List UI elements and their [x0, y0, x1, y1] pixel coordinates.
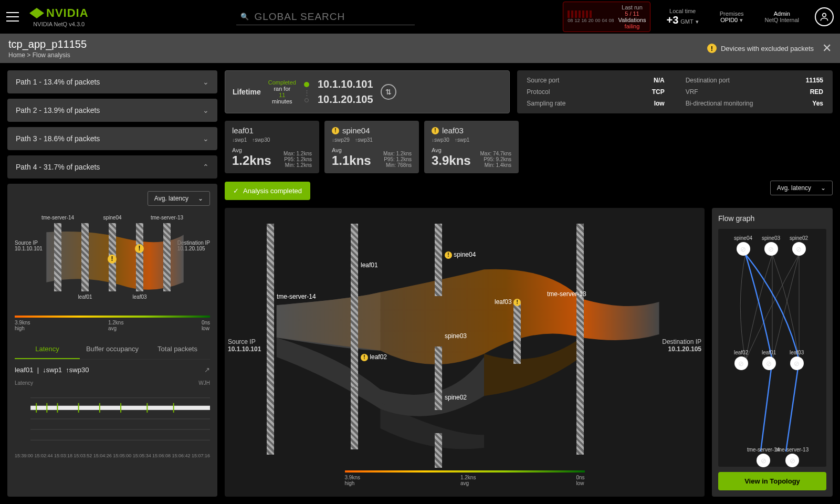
local-time[interactable]: Local time +3GMT▾ [661, 8, 704, 26]
chevron-down-icon: ⌄ [203, 78, 209, 86]
tab-latency[interactable]: Latency [15, 340, 80, 359]
analysis-complete-badge: ✓Analysis completed [225, 182, 310, 200]
device-card-spine04[interactable]: !spine04 ↓swp29↑swp31 Avg1.1knsMax: 1.2k… [324, 121, 419, 173]
path-metric-dropdown[interactable]: Avg. latency⌄ [148, 191, 210, 206]
chevron-down-icon: ⌄ [203, 134, 209, 143]
path-3-toggle[interactable]: Path 3 - 18.6% of packets⌄ [7, 127, 217, 150]
topology-graph[interactable]: spine04⊘ spine03⊘ spine02⊘ leaf02⊘ leaf0… [718, 229, 826, 467]
breadcrumb: Home > Flow analysis [8, 51, 87, 59]
path-mini-graph: Source IP10.1.10.101 Destination IP10.1.… [15, 211, 210, 303]
chevron-down-icon: ⌄ [203, 106, 209, 114]
validations-widget[interactable]: 08121620000408 Last run 5 / 11 Validatio… [563, 2, 650, 32]
device-card-leaf01[interactable]: leaf01 ↓swp1↑swp30 Avg1.2knsMax: 1.2knsP… [225, 121, 319, 173]
menu-button[interactable] [6, 12, 19, 22]
user-menu[interactable]: Admin NetQ Internal [760, 10, 804, 23]
search-input[interactable] [254, 11, 411, 23]
path-1-toggle[interactable]: Path 1 - 13.4% of packets⌄ [7, 70, 217, 93]
latency-timeseries: 15:39:0015:02:4415:03:1815:03:5215:04:26… [15, 390, 210, 458]
path-4-toggle[interactable]: Path 4 - 31.7% of packets⌃ [7, 155, 217, 178]
tab-packets[interactable]: Total packets [145, 340, 210, 359]
svg-rect-14 [173, 403, 174, 413]
user-avatar-icon[interactable] [815, 7, 834, 26]
nvidia-eye-icon [29, 8, 44, 18]
svg-rect-12 [120, 403, 121, 413]
svg-rect-9 [57, 403, 58, 413]
chevron-down-icon: ▾ [740, 17, 743, 24]
chevron-down-icon: ▾ [696, 18, 699, 25]
flow-graph-title: Flow graph [718, 214, 826, 223]
chevron-down-icon: ⌄ [198, 195, 203, 202]
check-icon: ✓ [233, 187, 239, 195]
warning-icon: ! [707, 44, 717, 53]
excluded-packets-warning: ! Devices with excluded packets [707, 44, 814, 53]
svg-rect-11 [99, 403, 100, 413]
chevron-up-icon: ⌃ [203, 163, 209, 171]
external-link-icon[interactable]: ↗ [204, 366, 210, 374]
flow-params: Source portN/A ProtocolTCP Sampling rate… [517, 70, 833, 113]
lifetime-box: Lifetime Completed ran for 11 minutes ⋮ … [225, 70, 510, 113]
svg-rect-10 [78, 403, 79, 413]
device-card-leaf03[interactable]: !leaf03 ↓swp30↑swp1 Avg3.9knsMax: 74.7kn… [424, 121, 519, 173]
detail-device: leaf01 | ↓swp1 ↑swp30 [15, 366, 89, 374]
tab-buffer[interactable]: Buffer occupancy [80, 340, 145, 359]
svg-rect-7 [36, 403, 37, 413]
logo: NVIDIA NVIDIA NetQ v4.3.0 [29, 6, 89, 27]
view-topology-button[interactable]: View in Topology [718, 472, 826, 490]
sankey-chart: Source IP10.1.10.101 Destination IP10.1.… [225, 208, 705, 497]
svg-rect-13 [146, 403, 148, 413]
global-search[interactable]: 🔍 [236, 9, 415, 25]
swap-direction-icon[interactable]: ⇅ [381, 84, 396, 100]
svg-point-0 [823, 13, 826, 17]
page-title: tcp_app_p11155 [8, 38, 87, 50]
svg-rect-8 [46, 403, 47, 413]
path-2-toggle[interactable]: Path 2 - 13.9% of packets⌄ [7, 99, 217, 122]
chevron-down-icon: ⌄ [821, 184, 826, 192]
close-icon[interactable]: ✕ [822, 41, 832, 55]
latency-legend [15, 316, 210, 318]
premises-selector[interactable]: Premises OPID0▾ [715, 10, 749, 24]
search-icon: 🔍 [240, 13, 249, 20]
main-metric-dropdown[interactable]: Avg. latency⌄ [770, 181, 833, 195]
